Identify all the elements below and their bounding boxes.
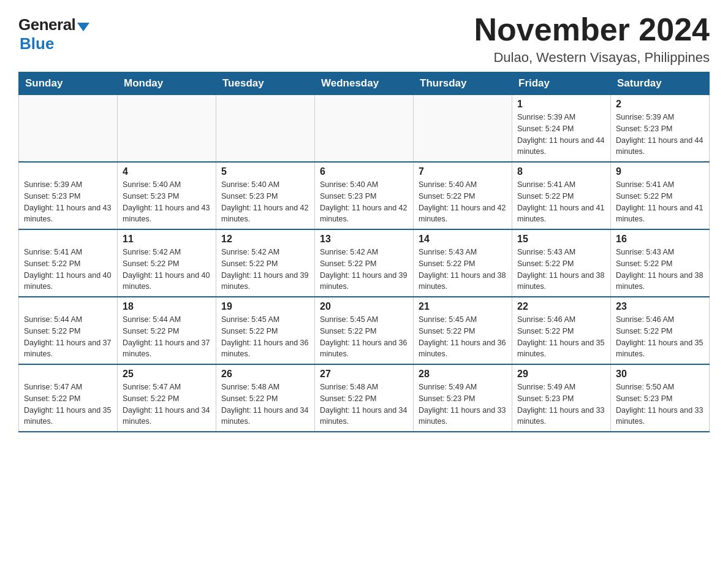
day-number: 17 [24, 301, 112, 312]
calendar-body: 1Sunrise: 5:39 AMSunset: 5:24 PMDaylight… [19, 95, 710, 432]
day-info: Sunrise: 5:46 AMSunset: 5:22 PMDaylight:… [517, 314, 605, 360]
cell-week4-day5: 22Sunrise: 5:46 AMSunset: 5:22 PMDayligh… [512, 297, 611, 364]
day-info: Sunrise: 5:47 AMSunset: 5:22 PMDaylight:… [24, 381, 112, 427]
day-number: 30 [616, 369, 704, 380]
day-info: Sunrise: 5:46 AMSunset: 5:22 PMDaylight:… [616, 314, 704, 360]
day-info: Sunrise: 5:41 AMSunset: 5:22 PMDaylight:… [24, 247, 112, 293]
day-number: 22 [517, 301, 605, 312]
day-info: Sunrise: 5:44 AMSunset: 5:22 PMDaylight:… [123, 314, 211, 360]
day-info: Sunrise: 5:50 AMSunset: 5:23 PMDaylight:… [616, 381, 704, 427]
cell-week4-day4: 21Sunrise: 5:45 AMSunset: 5:22 PMDayligh… [414, 297, 512, 364]
week-row-5: 24Sunrise: 5:47 AMSunset: 5:22 PMDayligh… [19, 364, 710, 432]
logo-general-text: General [18, 15, 75, 34]
cell-week1-day2 [216, 95, 315, 163]
logo: General Blue [18, 15, 89, 53]
day-info: Sunrise: 5:43 AMSunset: 5:22 PMDaylight:… [419, 247, 507, 293]
day-number: 12 [221, 234, 309, 245]
cell-week3-day5: 15Sunrise: 5:43 AMSunset: 5:22 PMDayligh… [512, 229, 611, 297]
day-number: 2 [616, 99, 704, 110]
cell-week1-day3 [315, 95, 414, 163]
day-number: 13 [320, 234, 408, 245]
header-monday: Monday [118, 72, 216, 95]
day-number: 1 [517, 99, 605, 110]
day-number: 23 [616, 301, 704, 312]
cell-week3-day1: 11Sunrise: 5:42 AMSunset: 5:22 PMDayligh… [118, 229, 216, 297]
header-tuesday: Tuesday [216, 72, 315, 95]
calendar-table: SundayMondayTuesdayWednesdayThursdayFrid… [18, 72, 710, 432]
title-block: November 2024 Dulao, Western Visayas, Ph… [474, 12, 710, 66]
day-info: Sunrise: 5:45 AMSunset: 5:22 PMDaylight:… [320, 314, 408, 360]
header-wednesday: Wednesday [315, 72, 414, 95]
day-info: Sunrise: 5:41 AMSunset: 5:22 PMDaylight:… [517, 179, 605, 225]
cell-week5-day4: 28Sunrise: 5:49 AMSunset: 5:23 PMDayligh… [414, 364, 512, 432]
day-number: 19 [221, 301, 309, 312]
day-info: Sunrise: 5:45 AMSunset: 5:22 PMDaylight:… [419, 314, 507, 360]
week-row-4: 17Sunrise: 5:44 AMSunset: 5:22 PMDayligh… [19, 297, 710, 364]
week-row-1: 1Sunrise: 5:39 AMSunset: 5:24 PMDaylight… [19, 95, 710, 163]
week-row-2: 3Sunrise: 5:39 AMSunset: 5:23 PMDaylight… [19, 162, 710, 229]
cell-week2-day6: 9Sunrise: 5:41 AMSunset: 5:22 PMDaylight… [611, 162, 710, 229]
day-number: 29 [517, 369, 605, 380]
day-info: Sunrise: 5:42 AMSunset: 5:22 PMDaylight:… [123, 247, 211, 293]
cell-week4-day0: 17Sunrise: 5:44 AMSunset: 5:22 PMDayligh… [19, 297, 118, 364]
day-info: Sunrise: 5:42 AMSunset: 5:22 PMDaylight:… [320, 247, 408, 293]
day-number: 3 [24, 166, 112, 177]
logo-blue-text: Blue [20, 34, 54, 53]
day-number: 24 [24, 369, 112, 380]
day-number: 8 [517, 166, 605, 177]
header-saturday: Saturday [611, 72, 710, 95]
day-info: Sunrise: 5:39 AMSunset: 5:23 PMDaylight:… [616, 112, 704, 158]
cell-week3-day3: 13Sunrise: 5:42 AMSunset: 5:22 PMDayligh… [315, 229, 414, 297]
cell-week5-day2: 26Sunrise: 5:48 AMSunset: 5:22 PMDayligh… [216, 364, 315, 432]
day-number: 21 [419, 301, 507, 312]
page-header: General Blue November 2024 Dulao, Wester… [18, 12, 710, 66]
day-number: 5 [221, 166, 309, 177]
day-number: 9 [616, 166, 704, 177]
day-number: 28 [419, 369, 507, 380]
calendar-header-row: SundayMondayTuesdayWednesdayThursdayFrid… [19, 72, 710, 95]
day-number: 10 [24, 234, 112, 245]
cell-week4-day1: 18Sunrise: 5:44 AMSunset: 5:22 PMDayligh… [118, 297, 216, 364]
cell-week2-day0: 3Sunrise: 5:39 AMSunset: 5:23 PMDaylight… [19, 162, 118, 229]
cell-week3-day4: 14Sunrise: 5:43 AMSunset: 5:22 PMDayligh… [414, 229, 512, 297]
day-info: Sunrise: 5:42 AMSunset: 5:22 PMDaylight:… [221, 247, 309, 293]
cell-week5-day5: 29Sunrise: 5:49 AMSunset: 5:23 PMDayligh… [512, 364, 611, 432]
day-info: Sunrise: 5:45 AMSunset: 5:22 PMDaylight:… [221, 314, 309, 360]
day-info: Sunrise: 5:39 AMSunset: 5:24 PMDaylight:… [517, 112, 605, 158]
day-info: Sunrise: 5:47 AMSunset: 5:22 PMDaylight:… [123, 381, 211, 427]
cell-week5-day6: 30Sunrise: 5:50 AMSunset: 5:23 PMDayligh… [611, 364, 710, 432]
header-thursday: Thursday [414, 72, 512, 95]
week-row-3: 10Sunrise: 5:41 AMSunset: 5:22 PMDayligh… [19, 229, 710, 297]
cell-week2-day4: 7Sunrise: 5:40 AMSunset: 5:22 PMDaylight… [414, 162, 512, 229]
cell-week1-day0 [19, 95, 118, 163]
day-number: 11 [123, 234, 211, 245]
cell-week3-day0: 10Sunrise: 5:41 AMSunset: 5:22 PMDayligh… [19, 229, 118, 297]
day-info: Sunrise: 5:40 AMSunset: 5:23 PMDaylight:… [123, 179, 211, 225]
cell-week5-day3: 27Sunrise: 5:48 AMSunset: 5:22 PMDayligh… [315, 364, 414, 432]
day-info: Sunrise: 5:43 AMSunset: 5:22 PMDaylight:… [616, 247, 704, 293]
calendar-header: SundayMondayTuesdayWednesdayThursdayFrid… [19, 72, 710, 95]
day-number: 18 [123, 301, 211, 312]
day-number: 14 [419, 234, 507, 245]
cell-week4-day2: 19Sunrise: 5:45 AMSunset: 5:22 PMDayligh… [216, 297, 315, 364]
day-number: 16 [616, 234, 704, 245]
month-title: November 2024 [474, 12, 710, 47]
day-number: 27 [320, 369, 408, 380]
day-info: Sunrise: 5:49 AMSunset: 5:23 PMDaylight:… [517, 381, 605, 427]
day-number: 15 [517, 234, 605, 245]
cell-week2-day5: 8Sunrise: 5:41 AMSunset: 5:22 PMDaylight… [512, 162, 611, 229]
cell-week1-day4 [414, 95, 512, 163]
cell-week2-day2: 5Sunrise: 5:40 AMSunset: 5:23 PMDaylight… [216, 162, 315, 229]
day-number: 7 [419, 166, 507, 177]
day-number: 4 [123, 166, 211, 177]
cell-week2-day1: 4Sunrise: 5:40 AMSunset: 5:23 PMDaylight… [118, 162, 216, 229]
day-info: Sunrise: 5:40 AMSunset: 5:23 PMDaylight:… [320, 179, 408, 225]
cell-week1-day5: 1Sunrise: 5:39 AMSunset: 5:24 PMDaylight… [512, 95, 611, 163]
cell-week1-day6: 2Sunrise: 5:39 AMSunset: 5:23 PMDaylight… [611, 95, 710, 163]
cell-week3-day2: 12Sunrise: 5:42 AMSunset: 5:22 PMDayligh… [216, 229, 315, 297]
day-number: 25 [123, 369, 211, 380]
day-info: Sunrise: 5:48 AMSunset: 5:22 PMDaylight:… [320, 381, 408, 427]
day-info: Sunrise: 5:48 AMSunset: 5:22 PMDaylight:… [221, 381, 309, 427]
cell-week5-day0: 24Sunrise: 5:47 AMSunset: 5:22 PMDayligh… [19, 364, 118, 432]
day-info: Sunrise: 5:49 AMSunset: 5:23 PMDaylight:… [419, 381, 507, 427]
